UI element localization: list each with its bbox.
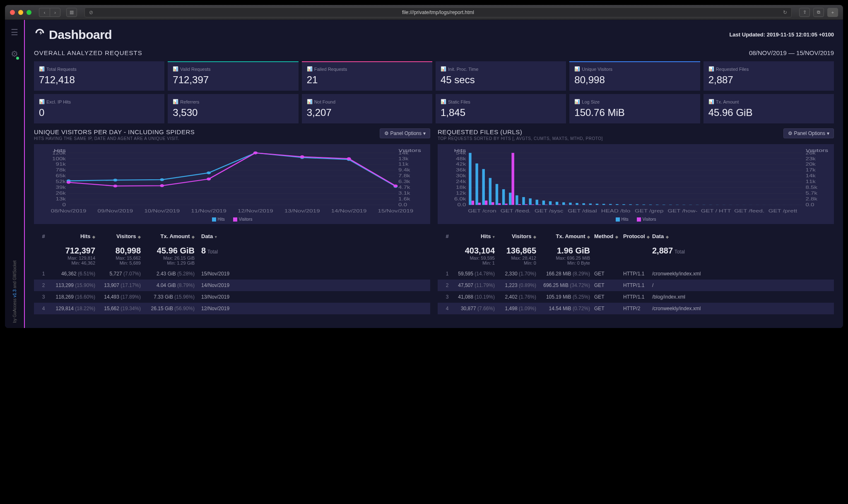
table-row[interactable]: 3 41,088 (10.19%) 2,402 (1.76%) 105.19 M… <box>438 291 834 303</box>
maximize-window-button[interactable] <box>26 10 31 15</box>
svg-rect-103 <box>485 200 487 205</box>
metric-label: 📊 Tx. Amount <box>708 99 829 104</box>
svg-rect-109 <box>505 204 507 205</box>
svg-text:9.4k: 9.4k <box>398 168 410 173</box>
svg-rect-146 <box>629 204 631 205</box>
svg-text:08/Nov/2019: 08/Nov/2019 <box>51 209 87 214</box>
bars-icon: 📊 <box>173 99 178 104</box>
svg-rect-116 <box>529 198 531 205</box>
svg-rect-104 <box>489 178 491 205</box>
tabs-button[interactable]: ⧉ <box>813 8 824 17</box>
svg-rect-118 <box>536 200 538 205</box>
panel-options-button[interactable]: ⚙ Panel Options ▾ <box>380 128 430 138</box>
lock-icon: ⊘ <box>89 10 93 15</box>
svg-rect-160 <box>676 205 678 205</box>
panel-options-button[interactable]: ⚙ Panel Options ▾ <box>783 128 834 138</box>
visitors-panel-title: UNIQUE VISITORS PER DAY - INCLUDING SPID… <box>34 128 195 135</box>
svg-text:1.6k: 1.6k <box>398 197 410 202</box>
chart-legend: Hits Visitors <box>441 215 831 222</box>
browser-titlebar: ‹ › ▥ ⊘ file:///private/tmp/logs/report.… <box>5 5 843 20</box>
svg-text:78k: 78k <box>56 168 66 173</box>
chevron-down-icon: ▾ <box>423 130 426 136</box>
visitors-table: # Hits ◆ Visitors ◆ Tx. Amount ◆ Data ▾ … <box>34 229 430 314</box>
svg-text:0.0: 0.0 <box>806 203 814 207</box>
svg-text:48k: 48k <box>456 156 466 161</box>
browser-window: ‹ › ▥ ⊘ file:///private/tmp/logs/report.… <box>5 5 843 328</box>
menu-icon[interactable]: ☰ <box>11 27 18 37</box>
dashboard-icon <box>34 27 46 42</box>
share-button[interactable]: ⇪ <box>799 8 810 17</box>
metric-card: 📊 Excl. IP Hits0 <box>34 94 164 123</box>
url-text: file:///private/tmp/logs/report.html <box>402 10 474 15</box>
svg-rect-113 <box>518 204 521 205</box>
sidebar-toggle-button[interactable]: ▥ <box>66 8 77 17</box>
metric-value: 150.76 MiB <box>574 107 695 118</box>
table-row[interactable]: 3 118,269 (16.60%) 14,493 (17.89%) 7.33 … <box>34 291 430 303</box>
svg-rect-154 <box>656 205 658 205</box>
close-window-button[interactable] <box>10 10 15 15</box>
svg-rect-121 <box>545 205 547 205</box>
svg-text:GET /grep: GET /grep <box>635 209 663 214</box>
metric-card: 📊 Total Requests712,418 <box>34 61 164 91</box>
svg-text:GET /prett: GET /prett <box>768 209 797 214</box>
url-bar[interactable]: ⊘ file:///private/tmp/logs/report.html ↻ <box>84 7 792 17</box>
svg-rect-115 <box>525 204 528 205</box>
svg-text:20k: 20k <box>806 162 816 167</box>
metric-card: 📊 Tx. Amount45.96 GiB <box>703 94 834 123</box>
page-header: Dashboard Last Updated: 2019-11-15 12:01… <box>34 27 834 42</box>
forward-button[interactable]: › <box>50 8 60 17</box>
svg-rect-132 <box>582 203 585 205</box>
svg-point-52 <box>253 152 258 154</box>
svg-point-41 <box>113 178 117 181</box>
svg-text:0: 0 <box>62 203 65 207</box>
reload-icon[interactable]: ↻ <box>783 10 787 15</box>
table-row[interactable]: 2 113,299 (15.90%) 13,907 (17.17%) 4.04 … <box>34 280 430 291</box>
overview-title: OVERALL ANALYZED REQUESTS <box>34 49 142 56</box>
minimize-window-button[interactable] <box>18 10 23 15</box>
window-controls <box>10 10 31 15</box>
settings-icon[interactable]: ⚙ <box>11 49 18 59</box>
bars-icon: 📊 <box>708 99 714 104</box>
table-row[interactable]: 1 59,595 (14.78%) 2,330 (1.70%) 166.28 M… <box>438 268 834 280</box>
metric-card: 📊 Log Size150.76 MiB <box>569 94 700 123</box>
metric-card: 📊 Static Files1,845 <box>436 94 566 123</box>
table-header: # Hits ▾ Visitors ◆ Tx. Amount ◆ Method … <box>438 229 834 244</box>
metric-label: 📊 Excl. IP Hits <box>39 99 159 104</box>
svg-text:Visitors: Visitors <box>398 149 421 153</box>
svg-rect-142 <box>616 204 618 205</box>
svg-rect-108 <box>502 189 505 205</box>
svg-text:12k: 12k <box>456 191 466 196</box>
svg-rect-117 <box>532 205 534 205</box>
bars-icon: 📊 <box>574 66 580 72</box>
svg-rect-119 <box>538 205 541 205</box>
svg-text:10/Nov/2019: 10/Nov/2019 <box>144 209 180 214</box>
metric-label: 📊 Init. Proc. Time <box>441 66 561 72</box>
metric-value: 712,418 <box>39 74 159 86</box>
svg-rect-114 <box>522 197 525 205</box>
metric-label: 📊 Not Found <box>307 99 427 104</box>
metric-label: 📊 Unique Visitors <box>574 66 695 72</box>
main-content: Dashboard Last Updated: 2019-11-15 12:01… <box>25 20 843 328</box>
svg-point-42 <box>160 178 164 181</box>
svg-text:7.8k: 7.8k <box>398 174 410 178</box>
metric-card: 📊 Referrers3,530 <box>168 94 298 123</box>
new-tab-button[interactable]: + <box>827 8 838 17</box>
bars-icon: 📊 <box>39 99 45 104</box>
svg-text:14k: 14k <box>806 174 816 178</box>
table-row[interactable]: 4 30,877 (7.66%) 1,498 (1.09%) 14.54 MiB… <box>438 303 834 314</box>
svg-point-49 <box>113 185 117 188</box>
bars-icon: 📊 <box>307 66 313 72</box>
svg-text:13k: 13k <box>398 156 409 161</box>
table-row[interactable]: 1 46,362 (6.51%) 5,727 (7.07%) 2.43 GiB … <box>34 268 430 280</box>
svg-text:6.0k: 6.0k <box>454 197 466 202</box>
visitors-chart: 00.013k1.6k26k3.1k39k4.7k52k6.3k65k7.8k7… <box>34 144 430 224</box>
metric-label: 📊 Static Files <box>441 99 561 104</box>
back-button[interactable]: ‹ <box>39 8 50 17</box>
svg-rect-152 <box>649 205 652 205</box>
svg-text:GET /feed.: GET /feed. <box>734 209 764 214</box>
svg-text:36k: 36k <box>456 168 466 173</box>
table-row[interactable]: 4 129,814 (18.22%) 15,662 (19.34%) 26.15… <box>34 303 430 314</box>
svg-point-55 <box>393 184 398 187</box>
table-row[interactable]: 2 47,507 (11.79%) 1,223 (0.89%) 696.25 M… <box>438 280 834 291</box>
svg-text:11/Nov/2019: 11/Nov/2019 <box>191 209 226 214</box>
